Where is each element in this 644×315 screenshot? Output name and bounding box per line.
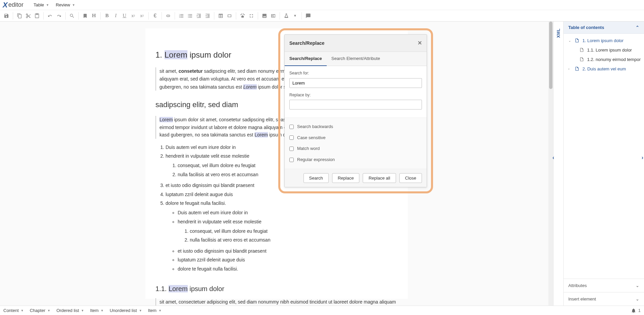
indent-button[interactable]	[194, 11, 203, 20]
menu-review-label: Review	[56, 2, 70, 7]
toc-item-label: 1.1. Lorem ipsum dolor	[587, 48, 632, 53]
undo-button[interactable]	[46, 11, 55, 20]
menu-review[interactable]: Review ▼	[52, 0, 79, 10]
checkbox-regular-expression[interactable]: Regular expression	[289, 154, 422, 165]
expand-icon[interactable]: ⌄	[568, 39, 573, 42]
menu-table[interactable]: Table ▼	[30, 0, 52, 10]
search-highlight: Lorem	[165, 50, 187, 59]
bold-button[interactable]: B	[103, 11, 111, 20]
checkbox-search-backwards[interactable]: Search backwards	[289, 121, 422, 132]
table-button[interactable]	[216, 11, 225, 20]
search-for-input[interactable]	[289, 78, 422, 88]
list-item[interactable]: luptatum zzril delenit augue duis	[178, 255, 398, 264]
heading-button[interactable]: H	[90, 11, 98, 20]
close-icon[interactable]: ✕	[418, 39, 422, 48]
chevron-down-icon: ⌄	[636, 283, 639, 288]
toc-item[interactable]: 1.1. Lorem ipsum dolor	[564, 45, 644, 55]
search-button[interactable]	[68, 11, 76, 20]
scrollbar-track[interactable]	[548, 22, 553, 306]
replace-by-input[interactable]	[289, 100, 422, 109]
list-item[interactable]: et iusto odio dignissim qui blandit prae…	[178, 247, 398, 255]
comment-button[interactable]	[304, 11, 313, 20]
insert-element-section[interactable]: Insert element ⌄	[564, 292, 644, 306]
paw-button[interactable]	[238, 11, 247, 20]
tab-search-element-attribute[interactable]: Search Element/Attribute	[327, 52, 385, 66]
expand-button[interactable]	[247, 11, 256, 20]
layout-button[interactable]	[269, 11, 278, 20]
image-button[interactable]	[260, 11, 269, 20]
subscript-button[interactable]: x2	[129, 11, 138, 20]
toc-item[interactable]: 1.2. nonumy eirmod tempor	[564, 55, 644, 64]
paragraph[interactable]: sit amet, consectetuer adipiscing elit, …	[155, 298, 398, 306]
caret-down-icon: ▼	[81, 309, 84, 312]
breadcrumb-item[interactable]: Chapter▼	[30, 308, 50, 313]
caret-down-icon: ▼	[21, 309, 24, 312]
dialog-tabs: Search/Replace Search Element/Attribute	[285, 52, 427, 66]
unordered-list[interactable]: Duis autem vel eum iriure dolor in hendr…	[178, 208, 398, 273]
menu-table-label: Table	[34, 2, 44, 7]
caret-down-icon: ▼	[46, 3, 49, 7]
paste-button[interactable]	[33, 11, 41, 20]
superscript-button[interactable]: x2	[138, 11, 146, 20]
menubar: X editor Table ▼ Review ▼	[0, 0, 644, 10]
list-item[interactable]: Duis autem vel eum iriure dolor in	[178, 208, 398, 217]
more-button[interactable]: ▼	[291, 11, 299, 20]
logo-mark: X	[3, 1, 8, 9]
scrollbar-thumb[interactable]	[549, 22, 552, 89]
search-button[interactable]: Search	[303, 173, 329, 183]
breadcrumb-item[interactable]: Unordered list▼	[110, 308, 142, 313]
document-page[interactable]: 1. Lorem ipsum dolor sit amet, consetetu…	[145, 28, 408, 299]
list-item[interactable]: hendrerit in vulputate velit esse molest…	[178, 217, 398, 247]
close-button[interactable]: Close	[399, 173, 422, 183]
breadcrumb-item[interactable]: Item▼	[148, 308, 162, 313]
list-item[interactable]: nulla facilisis at vero eros et accumsan	[190, 235, 398, 244]
save-button[interactable]	[2, 11, 11, 20]
list-item[interactable]: consequat, vel illum dolore eu feugiat	[190, 227, 398, 235]
checkbox-match-word[interactable]: Match word	[289, 143, 422, 154]
dialog-title: Search/Replace	[289, 39, 324, 47]
app-logo: X editor	[3, 1, 30, 9]
search-highlight: Lorem	[169, 285, 188, 292]
checkbox-case-sensitive[interactable]: Case sensitive	[289, 132, 422, 144]
caret-down-icon: ▼	[72, 3, 75, 7]
breadcrumb-item[interactable]: Item▼	[90, 308, 104, 313]
panel-collapse-left-icon[interactable]: ‹	[551, 155, 556, 161]
tab-search-replace[interactable]: Search/Replace	[285, 52, 327, 66]
outdent-button[interactable]	[203, 11, 212, 20]
list-item[interactable]: dolore te feugait nulla facilisi.	[178, 264, 398, 273]
specialchar-button[interactable]: €	[151, 11, 159, 20]
cut-button[interactable]	[24, 11, 33, 20]
flask-button[interactable]	[282, 11, 291, 20]
breadcrumb-item[interactable]: Content▼	[3, 308, 24, 313]
caret-down-icon: ▼	[101, 309, 104, 312]
bookmark-button[interactable]	[81, 11, 90, 20]
toc-tree: ⌄ 1. Lorem ipsum dolor 1.1. Lorem ipsum …	[564, 34, 644, 279]
list-item[interactable]: dolore te feugait nulla facilisi. Duis a…	[166, 199, 398, 275]
unordered-list-button[interactable]	[186, 11, 194, 20]
tablecell-button[interactable]	[225, 11, 234, 20]
ordered-list[interactable]: consequat, vel illum dolore eu feugiat n…	[190, 227, 398, 245]
underline-button[interactable]: U	[120, 11, 129, 20]
xml-tab[interactable]: XML	[553, 22, 563, 306]
toc-item[interactable]: ⌄ 1. Lorem ipsum dolor	[564, 36, 644, 45]
breadcrumb-item[interactable]: Ordered list▼	[57, 308, 84, 313]
search-highlight: Lorem	[159, 117, 173, 122]
replace-all-button[interactable]: Replace all	[363, 173, 396, 183]
insert-element-label: Insert element	[568, 296, 596, 302]
italic-button[interactable]: I	[111, 11, 120, 20]
link-button[interactable]	[164, 11, 173, 20]
heading-3[interactable]: 1.1. Lorem ipsum dolor	[155, 283, 398, 294]
redo-button[interactable]	[55, 11, 63, 20]
replace-button[interactable]: Replace	[332, 173, 360, 183]
copy-button[interactable]	[15, 11, 24, 20]
panel-expand-right-icon[interactable]: ›	[640, 155, 644, 161]
editor-area[interactable]: 1. Lorem ipsum dolor sit amet, consetetu…	[0, 22, 553, 306]
list-item[interactable]: luptatum zzril delenit augue duis	[166, 190, 398, 199]
attributes-section[interactable]: Attributes ⌄	[564, 279, 644, 292]
toc-header[interactable]: Table of contents ⌃	[564, 22, 644, 34]
dialog-titlebar[interactable]: Search/Replace ✕	[285, 35, 427, 52]
ordered-list-button[interactable]	[177, 11, 186, 20]
expand-icon[interactable]: ›	[568, 67, 573, 71]
toc-item[interactable]: › 2. Duis autem vel eum	[564, 64, 644, 73]
notifications[interactable]: 1	[631, 308, 641, 313]
